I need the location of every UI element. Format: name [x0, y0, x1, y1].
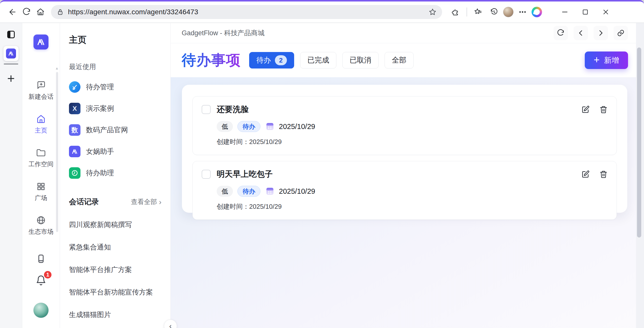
ellipsis-icon — [518, 8, 527, 16]
browser-window: https://agent.nuwax.com/agent/33246473 — [0, 0, 644, 328]
mobile-device-button[interactable] — [36, 253, 46, 264]
back-button[interactable] — [6, 5, 20, 19]
todo-check-app-icon — [69, 81, 80, 93]
browser-tab-rail: + — [0, 23, 22, 328]
filter-tab-pending[interactable]: 待办 2 — [249, 52, 294, 69]
demo-app-icon: X — [69, 103, 80, 114]
arrow-left-icon — [8, 8, 17, 17]
filter-tab-completed[interactable]: 已完成 — [300, 52, 336, 69]
trash-icon[interactable] — [600, 170, 608, 178]
history-item[interactable]: 智能体平台推广方案 — [69, 265, 162, 274]
nuwa-logo-icon — [8, 50, 14, 57]
sidebar-item-workspace[interactable]: 工作空间 — [28, 148, 54, 168]
history-icon — [490, 8, 498, 16]
sidebar-item-market[interactable]: 生态市场 — [28, 215, 54, 236]
more-menu-button[interactable] — [516, 5, 530, 19]
edit-icon[interactable] — [582, 106, 590, 114]
recent-item-label: 女娲助手 — [86, 147, 114, 156]
new-tab-button[interactable]: + — [7, 72, 15, 85]
copy-link-button[interactable] — [614, 26, 628, 40]
page-scrollbar[interactable] — [636, 23, 644, 328]
recent-item-todo-assistant[interactable]: 待办助理 — [69, 167, 162, 179]
main-area: GadgetFlow - 科技产品商城 — [171, 23, 644, 328]
favorites-button[interactable] — [471, 5, 485, 19]
copilot-icon[interactable] — [532, 7, 542, 17]
recent-item-todo-manage[interactable]: 待办管理 — [69, 81, 162, 93]
view-all-link[interactable]: 查看全部 › — [131, 197, 162, 206]
history-section-title: 会话记录 — [69, 197, 99, 207]
home-button[interactable] — [34, 5, 48, 19]
page-title: 待办事项 — [182, 51, 241, 70]
chevron-right-icon: › — [159, 198, 162, 206]
address-bar[interactable]: https://agent.nuwax.com/agent/33246473 — [51, 5, 442, 19]
chevron-left-icon: ‹ — [169, 322, 172, 328]
active-tab-indicator — [4, 64, 18, 65]
todo-title: 明天早上吃包子 — [217, 169, 273, 180]
globe-icon — [36, 215, 46, 225]
edit-icon[interactable] — [582, 170, 590, 178]
nuwa-assistant-app-icon — [69, 146, 80, 157]
maximize-button[interactable] — [578, 5, 593, 19]
sidebar-scroll-up-icon[interactable]: ▲ — [55, 66, 59, 70]
home-icon — [36, 114, 46, 124]
history-item[interactable]: 生成猫猫图片 — [69, 310, 162, 319]
history-item[interactable]: 紧急集合通知 — [69, 242, 162, 252]
recent-item-nuwa-assistant[interactable]: 女娲助手 — [69, 146, 162, 157]
created-time: 创建时间：2025/10/29 — [217, 202, 608, 211]
app-logo[interactable] — [34, 35, 48, 50]
priority-badge: 低 — [217, 121, 233, 132]
refresh-icon — [557, 29, 565, 37]
sidebar-item-new-chat[interactable]: 新建会话 — [28, 81, 54, 101]
folder-icon — [36, 148, 46, 158]
refresh-button[interactable] — [20, 5, 34, 19]
recent-item-digital-site[interactable]: 数 数码产品官网 — [69, 124, 162, 136]
toolbar-right-cluster — [448, 5, 542, 19]
history-button[interactable] — [487, 5, 501, 19]
page-refresh-button[interactable] — [554, 26, 568, 40]
browser-toolbar: https://agent.nuwax.com/agent/33246473 — [0, 2, 644, 23]
tab-panel-button[interactable] — [6, 30, 16, 40]
sidebar-footer: 1 — [22, 249, 60, 328]
recent-section-title: 最近使用 — [69, 62, 162, 71]
grid-icon — [36, 182, 46, 191]
history-item[interactable]: 智能体平台新功能宣传方案 — [69, 287, 162, 297]
digital-site-app-icon: 数 — [69, 124, 80, 136]
todo-checkbox[interactable] — [202, 105, 211, 114]
notifications-button[interactable]: 1 — [36, 275, 46, 286]
sidebar-item-plaza[interactable]: 广场 — [35, 182, 47, 202]
recent-item-label: 演示案例 — [86, 104, 114, 113]
scrollbar-thumb[interactable] — [637, 48, 641, 237]
active-tab[interactable] — [4, 46, 18, 61]
bookmark-star-icon[interactable] — [428, 8, 436, 16]
plus-icon: + — [594, 55, 600, 65]
sidebar-scrollbar[interactable] — [56, 72, 58, 232]
app-sidebar: 新建会话 主页 工作空间 广场 生态市场 — [22, 23, 60, 328]
filter-tab-all[interactable]: 全部 — [384, 52, 414, 69]
calendar-icon — [266, 123, 274, 130]
history-item[interactable]: 四川观察新闻稿撰写 — [69, 220, 162, 229]
priority-badge: 低 — [217, 186, 233, 197]
due-date: 2025/10/29 — [279, 187, 315, 195]
recent-item-demo[interactable]: X 演示案例 — [69, 103, 162, 114]
minimize-button[interactable] — [557, 5, 572, 19]
extensions-button[interactable] — [448, 5, 462, 19]
toolbar-divider — [466, 8, 467, 17]
refresh-icon — [22, 8, 31, 16]
page-back-button[interactable] — [574, 26, 588, 40]
content-title: GadgetFlow - 科技产品商城 — [182, 29, 265, 38]
todo-list-container: 还要洗脸 低 待办 2025/10/29 创建时间：2025/10/29 — [182, 85, 627, 213]
add-todo-button[interactable]: + 新增 — [585, 52, 628, 69]
site-favicon — [6, 49, 16, 59]
profile-avatar[interactable] — [503, 7, 514, 17]
trash-icon[interactable] — [600, 106, 608, 114]
sidebar-nav: 新建会话 主页 工作空间 广场 生态市场 — [22, 73, 60, 252]
sidebar-item-home[interactable]: 主页 — [35, 114, 47, 135]
close-button[interactable] — [598, 5, 614, 19]
filter-tab-cancelled[interactable]: 已取消 — [342, 52, 378, 69]
todo-checkbox[interactable] — [202, 170, 211, 179]
recent-item-label: 待办助理 — [86, 168, 114, 178]
url-text[interactable]: https://agent.nuwax.com/agent/33246473 — [68, 8, 428, 16]
recent-item-label: 数码产品官网 — [86, 125, 128, 135]
page-forward-button[interactable] — [594, 26, 608, 40]
user-avatar[interactable] — [33, 302, 49, 318]
